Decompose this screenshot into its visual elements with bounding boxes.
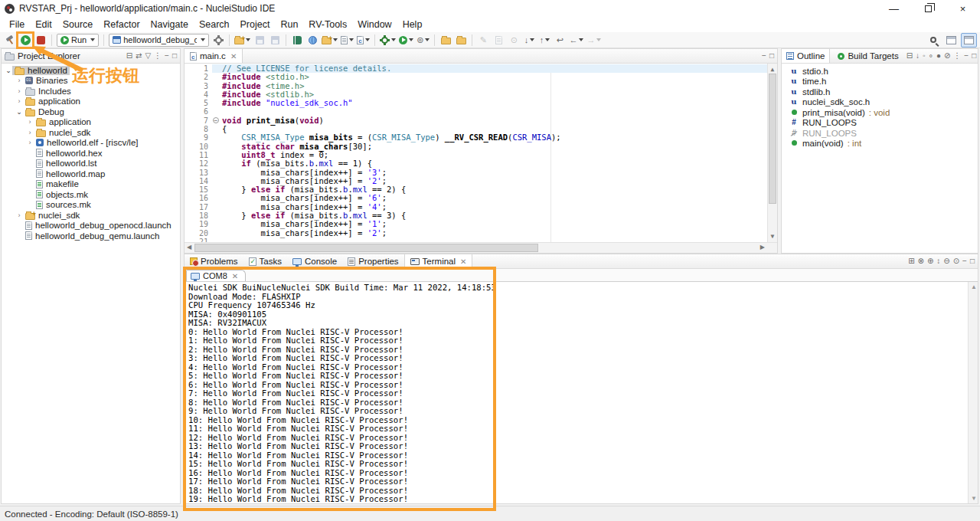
view-menu-icon[interactable]: ⋮: [953, 52, 961, 60]
tab-com8[interactable]: COM8 ✕: [186, 270, 246, 281]
maximize-icon[interactable]: □: [172, 52, 177, 60]
expander-icon[interactable]: ⌄: [5, 67, 12, 74]
link-editor-icon[interactable]: ⇄: [136, 52, 142, 60]
scroll-down-icon[interactable]: ▼: [971, 495, 977, 502]
editor-vertical-scrollbar[interactable]: ▲ ▼: [767, 64, 777, 242]
menu-refactor[interactable]: Refactor: [98, 18, 145, 31]
forward-button[interactable]: →: [585, 33, 603, 48]
tree-item-makefile[interactable]: makefile: [2, 179, 180, 190]
tree-item-helloworld-lst[interactable]: helloworld.lst: [2, 159, 180, 169]
code-editor[interactable]: 1// See LICENSE for license details.2#in…: [185, 64, 777, 242]
editor-horizontal-scrollbar[interactable]: ◀ ▶: [185, 242, 777, 253]
collapse-all-icon[interactable]: ⊟: [906, 52, 913, 60]
menu-search[interactable]: Search: [194, 18, 235, 31]
expander-icon[interactable]: ⌄: [15, 108, 23, 116]
tree-item-includes[interactable]: ›Includes: [2, 86, 180, 97]
project-explorer-tab[interactable]: Project Explorer: [5, 51, 83, 61]
editor-tab-main-c[interactable]: main.c ✕: [185, 49, 243, 63]
scroll-right-icon[interactable]: ▶: [760, 244, 765, 251]
minimize-button[interactable]: —: [877, 0, 911, 17]
outline-item-stdlib-h[interactable]: ustdlib.h: [789, 87, 978, 97]
new-file-button[interactable]: [339, 33, 355, 48]
tab-console[interactable]: Console: [287, 254, 342, 268]
new-terminal-icon[interactable]: ⊞: [908, 257, 914, 265]
debug-button[interactable]: [378, 33, 397, 48]
scroll-up-icon[interactable]: ▲: [971, 283, 977, 290]
maximize-icon[interactable]: □: [769, 52, 774, 60]
tree-item-nuclei-sdk[interactable]: ›nuclei_sdk: [2, 210, 180, 221]
restore-button[interactable]: [911, 0, 946, 17]
outline-item-main-void[interactable]: main(void) : int: [789, 139, 978, 149]
next-annotation-button[interactable]: ↓: [521, 33, 537, 48]
open-project-button[interactable]: [438, 33, 453, 48]
open-perspective-button[interactable]: [943, 33, 959, 48]
tree-item-helloworld[interactable]: ⌄helloworld: [2, 65, 180, 76]
menu-file[interactable]: File: [4, 18, 30, 31]
expander-icon[interactable]: ›: [15, 211, 23, 219]
new-wizard-button[interactable]: [233, 33, 252, 48]
expander-icon[interactable]: ›: [26, 139, 34, 146]
search-button[interactable]: [926, 33, 941, 48]
cpp-perspective-button[interactable]: [961, 33, 977, 48]
tree-item-helloworld-hex[interactable]: helloworld.hex: [2, 148, 180, 159]
new-c-project-button[interactable]: [320, 33, 339, 48]
launch-config-combo[interactable]: helloworld_debug_op: [109, 34, 209, 47]
menu-run[interactable]: Run: [275, 18, 303, 31]
tree-item-debug[interactable]: ⌄Debug: [2, 106, 180, 117]
close-tab-icon[interactable]: ✕: [230, 52, 237, 61]
menu-rv-tools[interactable]: RV-Tools: [303, 18, 352, 31]
stop-button[interactable]: [33, 33, 48, 48]
tab-build-targets[interactable]: Build Targets: [833, 49, 903, 63]
fold-toggle-icon[interactable]: −: [213, 117, 219, 123]
tree-item-binaries[interactable]: ›Binaries: [2, 76, 180, 87]
prev-annotation-button[interactable]: ↑: [537, 33, 552, 48]
run-button[interactable]: [18, 33, 33, 48]
scrollbar-thumb[interactable]: [194, 244, 538, 252]
terminal-scrollbar[interactable]: ▲ ▼: [968, 282, 978, 503]
outline-item-time-h[interactable]: utime.h: [789, 77, 978, 87]
tree-item-helloworld-debug-qemu-launch[interactable]: helloworld_debug_qemu.launch: [2, 231, 180, 241]
outline-item-print-misa-void[interactable]: print_misa(void) : void: [789, 107, 978, 118]
tab-terminal[interactable]: Terminal✕: [404, 254, 473, 268]
last-edit-location-button[interactable]: ↩: [552, 33, 567, 48]
outline-item-run-loops[interactable]: #RUN_LOOPS: [789, 128, 978, 139]
pin-icon[interactable]: ⊙: [953, 257, 959, 265]
tree-item-sources-mk[interactable]: sources.mk: [2, 200, 180, 211]
view-menu-icon[interactable]: ⋮: [154, 52, 162, 60]
maximize-icon[interactable]: □: [972, 52, 976, 60]
hide-inactive-icon[interactable]: ⊘: [944, 52, 950, 60]
code-line-7[interactable]: 7−void print_misa(void): [185, 116, 767, 125]
tab-outline[interactable]: Outline: [782, 49, 830, 63]
back-button[interactable]: ←: [567, 33, 585, 48]
minimize-icon[interactable]: −: [762, 52, 766, 60]
tab-properties[interactable]: Properties: [342, 254, 403, 268]
import-project-button[interactable]: [453, 33, 469, 48]
maximize-icon[interactable]: □: [970, 257, 975, 265]
tab-tasks[interactable]: Tasks: [243, 254, 287, 268]
build-all-button[interactable]: [289, 33, 305, 48]
expander-icon[interactable]: ›: [15, 97, 23, 105]
menu-help[interactable]: Help: [397, 18, 428, 31]
tree-item-helloworld-debug-openocd-launch[interactable]: helloworld_debug_openocd.launch: [2, 221, 180, 231]
tab-problems[interactable]: Problems: [185, 254, 243, 268]
code-line-5[interactable]: 5#include "nuclei_sdk_soc.h": [185, 99, 767, 107]
expander-icon[interactable]: ›: [15, 87, 23, 95]
close-tab-icon[interactable]: ✕: [460, 257, 466, 266]
menu-source[interactable]: Source: [57, 18, 99, 31]
minimize-icon[interactable]: −: [962, 257, 967, 265]
outline-item-stdio-h[interactable]: ustdio.h: [789, 66, 978, 77]
show-source-quickmenu-button[interactable]: [491, 33, 506, 48]
terminal-output[interactable]: Nuclei SDK BuiNucleNuclei SDK Build Time…: [185, 282, 968, 503]
new-c-file-button[interactable]: [355, 33, 371, 48]
scroll-left-icon[interactable]: ◀: [187, 244, 191, 251]
tree-item-helloworld-map[interactable]: helloworld.map: [2, 169, 180, 179]
hide-fields-icon[interactable]: ◦: [923, 52, 926, 60]
menu-project[interactable]: Project: [235, 18, 276, 31]
outline-item-run-loops[interactable]: #RUN_LOOPS: [789, 118, 978, 129]
toggle-mark-occurrences-button[interactable]: ✎: [475, 33, 491, 48]
connect-icon[interactable]: ⊕: [927, 257, 933, 265]
tree-item-helloworld-elf-riscv-le[interactable]: ›helloworld.elf - [riscv/le]: [2, 138, 180, 149]
menu-window[interactable]: Window: [352, 18, 397, 31]
outline-item-nuclei-sdk-soc-h[interactable]: unuclei_sdk_soc.h: [789, 97, 978, 108]
open-element-button[interactable]: [305, 33, 320, 48]
